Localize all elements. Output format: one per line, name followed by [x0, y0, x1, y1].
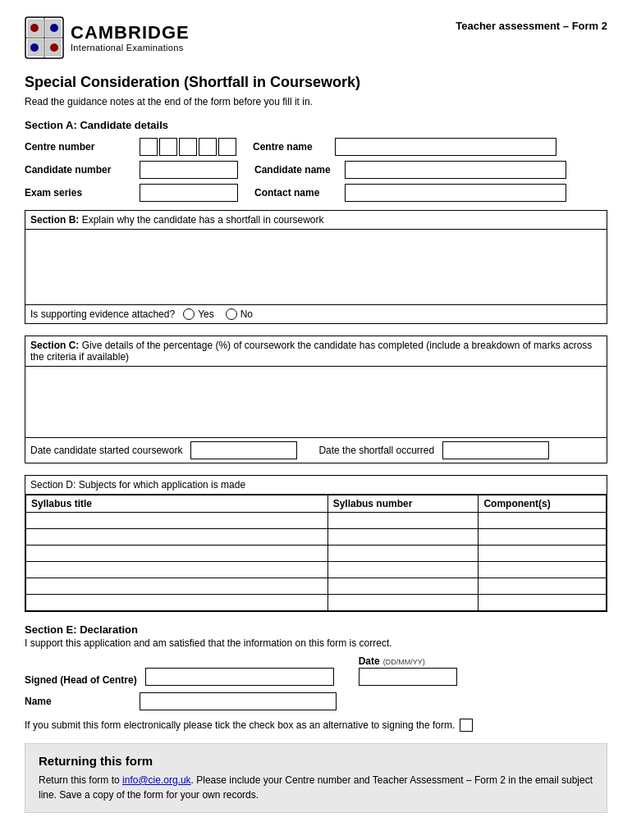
- page: CAMBRIDGE International Examinations Tea…: [0, 0, 632, 840]
- section-c-body: [25, 367, 607, 437]
- table-row: [26, 513, 607, 529]
- svg-point-10: [50, 43, 58, 52]
- centre-row: Centre number Centre name: [25, 138, 607, 156]
- date-sign-input[interactable]: [359, 668, 457, 686]
- components-cell[interactable]: [479, 595, 607, 611]
- section-e-heading: Section E: Declaration: [25, 623, 607, 636]
- syllabus-number-cell[interactable]: [327, 529, 479, 546]
- syllabus-title-cell[interactable]: [26, 513, 328, 529]
- evidence-label: Is supporting evidence attached?: [30, 308, 175, 320]
- form-label: Teacher assessment – Form 2: [456, 16, 607, 32]
- section-b-body: [25, 230, 607, 304]
- centre-box-4[interactable]: [199, 138, 217, 156]
- syllabus-number-cell[interactable]: [327, 513, 479, 529]
- syllabus-title-cell[interactable]: [26, 578, 328, 595]
- yes-radio-item[interactable]: Yes: [183, 308, 214, 320]
- date-shortfall-input[interactable]: [442, 441, 549, 459]
- table-row: [26, 562, 607, 578]
- syllabus-title-cell[interactable]: [26, 546, 328, 562]
- electronic-tick-box[interactable]: [460, 719, 473, 732]
- name-input[interactable]: [140, 692, 337, 710]
- returning-section: Returning this form Return this form to …: [25, 743, 607, 813]
- table-row: [26, 595, 607, 611]
- subjects-table: Syllabus title Syllabus number Component…: [25, 495, 607, 611]
- centre-box-2[interactable]: [159, 138, 177, 156]
- components-cell[interactable]: [479, 562, 607, 578]
- syllabus-number-cell[interactable]: [327, 578, 479, 595]
- signed-label: Signed (Head of Centre): [25, 674, 137, 686]
- section-b-textarea[interactable]: [30, 233, 602, 299]
- syllabus-title-cell[interactable]: [26, 529, 328, 546]
- candidate-name-input[interactable]: [345, 161, 566, 179]
- cambridge-logo-text: CAMBRIDGE: [71, 23, 190, 43]
- date-sub-label: (DD/MM/YY): [383, 658, 425, 666]
- centre-box-3[interactable]: [179, 138, 197, 156]
- syllabus-title-cell[interactable]: [26, 562, 328, 578]
- exam-series-input[interactable]: [140, 184, 238, 202]
- returning-text-before: Return this form to: [39, 774, 122, 786]
- syllabus-title-cell[interactable]: [26, 595, 328, 611]
- svg-point-8: [50, 24, 58, 32]
- cambridge-shield-icon: [25, 16, 64, 59]
- section-d-letter: Section D:: [30, 479, 76, 491]
- no-radio-circle[interactable]: [226, 308, 237, 320]
- section-c-letter: Section C:: [30, 340, 79, 351]
- section-b-letter: Section B:: [30, 214, 79, 226]
- table-row: [26, 546, 607, 562]
- exam-row: Exam series Contact name: [25, 184, 607, 202]
- section-e-text: I support this application and am satisf…: [25, 637, 607, 649]
- date-label: Date: [359, 655, 380, 667]
- centre-box-1[interactable]: [140, 138, 158, 156]
- header: CAMBRIDGE International Examinations Tea…: [25, 16, 607, 59]
- section-c: Section C: Give details of the percentag…: [25, 336, 607, 463]
- returning-title: Returning this form: [39, 754, 593, 768]
- returning-email-link[interactable]: info@cie.org.uk: [122, 774, 191, 786]
- date-started-label: Date candidate started coursework: [30, 445, 182, 456]
- logo-text-area: CAMBRIDGE International Examinations: [71, 23, 190, 52]
- syllabus-number-cell[interactable]: [327, 546, 479, 562]
- contact-name-label: Contact name: [254, 187, 337, 199]
- no-label: No: [240, 308, 253, 320]
- components-cell[interactable]: [479, 578, 607, 595]
- returning-text: Return this form to info@cie.org.uk. Ple…: [39, 773, 593, 802]
- section-b: Section B: Explain why the candidate has…: [25, 210, 607, 324]
- components-cell[interactable]: [479, 529, 607, 546]
- syllabus-number-cell[interactable]: [327, 562, 479, 578]
- form-subtitle: Read the guidance notes at the end of th…: [25, 96, 607, 107]
- centre-name-input[interactable]: [335, 138, 556, 156]
- table-row: [26, 578, 607, 595]
- components-cell[interactable]: [479, 513, 607, 529]
- col-syllabus-number: Syllabus number: [327, 495, 479, 513]
- name-row: Name: [25, 692, 607, 710]
- date-started-input[interactable]: [190, 441, 297, 459]
- evidence-radio-group: Yes No: [183, 308, 253, 320]
- section-a-heading: Section A: Candidate details: [25, 119, 607, 131]
- section-c-textarea[interactable]: [30, 370, 602, 431]
- date-label-group: Date (DD/MM/YY): [359, 655, 425, 667]
- col-components: Component(s): [479, 495, 607, 513]
- svg-point-9: [30, 43, 39, 52]
- centre-box-5[interactable]: [218, 138, 236, 156]
- signed-input[interactable]: [145, 668, 334, 686]
- candidate-number-input[interactable]: [140, 161, 238, 179]
- evidence-row: Is supporting evidence attached? Yes No: [25, 304, 607, 323]
- col-syllabus-title: Syllabus title: [26, 495, 328, 513]
- no-radio-item[interactable]: No: [226, 308, 253, 320]
- components-cell[interactable]: [479, 546, 607, 562]
- section-d-description: Subjects for which application is made: [79, 479, 245, 491]
- name-label: Name: [25, 696, 131, 707]
- candidate-row: Candidate number Candidate name: [25, 161, 607, 179]
- section-a-fields: Centre number Centre name Candidate numb…: [25, 138, 607, 202]
- yes-label: Yes: [198, 308, 214, 320]
- section-d-header: Section D: Subjects for which applicatio…: [25, 476, 607, 495]
- contact-name-input[interactable]: [345, 184, 566, 202]
- yes-radio-circle[interactable]: [183, 308, 195, 320]
- date-row: Date candidate started coursework Date t…: [25, 437, 607, 463]
- syllabus-number-cell[interactable]: [327, 595, 479, 611]
- section-c-header: Section C: Give details of the percentag…: [25, 336, 607, 367]
- sign-row: Signed (Head of Centre) Date (DD/MM/YY): [25, 655, 607, 686]
- section-d: Section D: Subjects for which applicatio…: [25, 475, 607, 612]
- date-shortfall-label: Date the shortfall occurred: [318, 445, 434, 456]
- section-b-description: Explain why the candidate has a shortfal…: [82, 214, 324, 226]
- table-row: [26, 529, 607, 546]
